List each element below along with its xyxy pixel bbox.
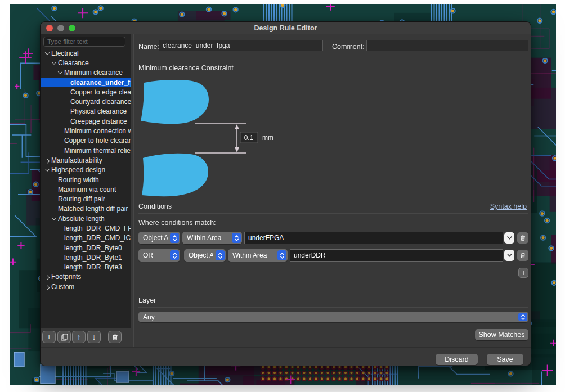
layer-select[interactable]: Any bbox=[138, 312, 528, 322]
layer-section-title: Layer bbox=[138, 296, 156, 304]
tree-item-length-ddr-cmd-ic1[interactable]: length_DDR_CMD_IC1 bbox=[41, 233, 131, 243]
add-rule-button[interactable]: + bbox=[42, 331, 56, 343]
condition-value-row2[interactable] bbox=[290, 249, 503, 262]
window-title: Design Rule Editor bbox=[254, 24, 317, 32]
duplicate-rule-button[interactable] bbox=[57, 331, 71, 343]
popup-stepper-icon bbox=[518, 313, 527, 321]
popup-stepper-icon bbox=[170, 233, 179, 243]
constraint-section-title: Minimum clearance Constraint bbox=[138, 64, 234, 72]
plus-icon: + bbox=[521, 269, 526, 277]
dimension-lines bbox=[195, 124, 246, 153]
tree-item-footprints[interactable]: Footprints bbox=[41, 272, 131, 282]
rule-tree-panel: Electrical Clearance Minimum clearance c… bbox=[41, 34, 131, 328]
tree-item-minimum-thermal-relief[interactable]: Minimum thermal relief s bbox=[41, 146, 131, 155]
conditions-section-title: Conditions bbox=[138, 202, 172, 210]
arrow-down-icon: ↓ bbox=[92, 333, 96, 341]
clearance-value[interactable]: 0.1 bbox=[244, 134, 254, 142]
chevron-down-icon[interactable] bbox=[43, 168, 51, 172]
tree-item-manufacturability[interactable]: Manufacturability bbox=[41, 155, 131, 165]
panel-divider bbox=[133, 34, 134, 347]
arrowhead-down bbox=[235, 147, 239, 152]
zoom-button[interactable] bbox=[69, 25, 75, 31]
clearance-diagram: 0.1 mm bbox=[138, 79, 330, 200]
tree-item-routing-width[interactable]: Routing width bbox=[41, 175, 131, 184]
tree-item-copper-to-edge-clearance[interactable]: Copper to edge cleara bbox=[41, 87, 131, 97]
tree-item-clearance[interactable]: Clearance bbox=[41, 58, 131, 67]
delete-condition-row1[interactable] bbox=[517, 232, 528, 244]
tree-item-highspeed-design[interactable]: Highspeed design bbox=[41, 165, 131, 175]
plus-icon: + bbox=[47, 333, 51, 341]
tree-item-length-ddr-byte1[interactable]: length_DDR_Byte1 bbox=[41, 253, 131, 262]
tree-item-maximum-via-count[interactable]: Maximum via count bbox=[41, 184, 131, 194]
popup-stepper-icon bbox=[216, 250, 225, 260]
trash-icon bbox=[519, 252, 526, 259]
tree-item-routing-diff-pair[interactable]: Routing diff pair bbox=[41, 194, 131, 204]
comment-input[interactable] bbox=[366, 40, 528, 51]
trash-icon bbox=[519, 235, 526, 241]
tree-item-creepage-distance[interactable]: Creepage distance bbox=[41, 116, 131, 126]
name-label: Name: bbox=[138, 43, 159, 51]
filter-input[interactable] bbox=[43, 37, 125, 47]
close-button[interactable] bbox=[46, 25, 53, 31]
conditions-match-label: Where conditions match: bbox=[138, 219, 216, 227]
value-dropdown-row1[interactable] bbox=[504, 232, 514, 244]
chevron-right-icon[interactable] bbox=[43, 275, 51, 278]
rule-tree: Electrical Clearance Minimum clearance c… bbox=[41, 48, 131, 291]
chevron-down-icon[interactable] bbox=[50, 217, 58, 220]
dialog-footer: Discard Save bbox=[41, 347, 531, 367]
syntax-help-link[interactable]: Syntax help bbox=[490, 202, 527, 210]
popup-stepper-icon bbox=[232, 233, 241, 243]
tree-item-length-ddr-byte3[interactable]: length_DDR_Byte3 bbox=[41, 263, 131, 272]
tree-item-matched-length-diff-pair[interactable]: Matched length diff pair bbox=[41, 204, 131, 214]
chevron-down-icon[interactable] bbox=[56, 71, 64, 74]
minimize-button[interactable] bbox=[57, 25, 64, 31]
tree-item-clearance-under-fpga[interactable]: clearance_under_fpga bbox=[41, 78, 131, 87]
show-matches-button[interactable]: Show Matches bbox=[475, 329, 528, 340]
mode-select-row2[interactable]: Within Area bbox=[228, 249, 288, 262]
duplicate-icon bbox=[61, 334, 68, 341]
section-divider bbox=[138, 213, 528, 214]
save-button[interactable]: Save bbox=[487, 354, 523, 365]
trash-icon bbox=[111, 334, 119, 341]
chevron-down-icon bbox=[507, 254, 512, 257]
copper-shape-top bbox=[141, 80, 209, 124]
arrowhead-up bbox=[235, 124, 239, 129]
chevron-down-icon[interactable] bbox=[50, 61, 58, 65]
tree-item-electrical[interactable]: Electrical bbox=[41, 48, 131, 58]
mode-select-row1[interactable]: Within Area bbox=[182, 232, 242, 244]
move-up-button[interactable]: ↑ bbox=[72, 331, 86, 343]
comment-label: Comment: bbox=[332, 43, 365, 51]
condition-value-row1[interactable] bbox=[244, 232, 503, 244]
chevron-right-icon[interactable] bbox=[43, 285, 51, 289]
copper-shape-bottom bbox=[142, 154, 208, 196]
tree-item-physical-clearance[interactable]: Physical clearance bbox=[41, 107, 131, 116]
delete-rule-button[interactable] bbox=[108, 331, 122, 343]
clearance-unit: mm bbox=[262, 134, 273, 142]
titlebar[interactable]: Design Rule Editor bbox=[41, 22, 531, 34]
operator-select-row2[interactable]: OR bbox=[138, 249, 180, 262]
tree-item-minimum-clearance[interactable]: Minimum clearance bbox=[41, 68, 131, 78]
chevron-down-icon[interactable] bbox=[43, 52, 51, 55]
popup-stepper-icon bbox=[170, 250, 179, 260]
chevron-right-icon[interactable] bbox=[43, 159, 51, 162]
arrow-up-icon: ↑ bbox=[77, 333, 81, 341]
tree-item-length-ddr-byte0[interactable]: length_DDR_Byte0 bbox=[41, 243, 131, 253]
discard-button[interactable]: Discard bbox=[436, 354, 478, 365]
object-select-row2[interactable]: Object A bbox=[184, 249, 226, 262]
name-input[interactable] bbox=[159, 40, 323, 51]
chevron-down-icon bbox=[507, 236, 512, 240]
move-down-button[interactable]: ↓ bbox=[87, 331, 101, 343]
tree-item-minimum-connection-width[interactable]: Minimum connection wid bbox=[41, 126, 131, 136]
value-dropdown-row2[interactable] bbox=[504, 250, 514, 261]
popup-stepper-icon bbox=[277, 250, 286, 260]
tree-item-courtyard-clearance[interactable]: Courtyard clearance bbox=[41, 97, 131, 106]
section-divider bbox=[138, 75, 528, 75]
tree-item-copper-to-hole-clearance[interactable]: Copper to hole clearanc bbox=[41, 136, 131, 146]
tree-item-custom[interactable]: Custom bbox=[41, 282, 131, 291]
delete-condition-row2[interactable] bbox=[517, 250, 528, 261]
add-condition-button[interactable]: + bbox=[518, 268, 528, 278]
tree-item-absolute-length[interactable]: Absolute length bbox=[41, 214, 131, 223]
tree-item-length-ddr-cmd-fpga[interactable]: length_DDR_CMD_FP bbox=[41, 223, 131, 233]
object-select-row1[interactable]: Object A bbox=[138, 232, 180, 244]
design-rule-editor-window: Design Rule Editor Electrical Clearance … bbox=[40, 21, 531, 366]
